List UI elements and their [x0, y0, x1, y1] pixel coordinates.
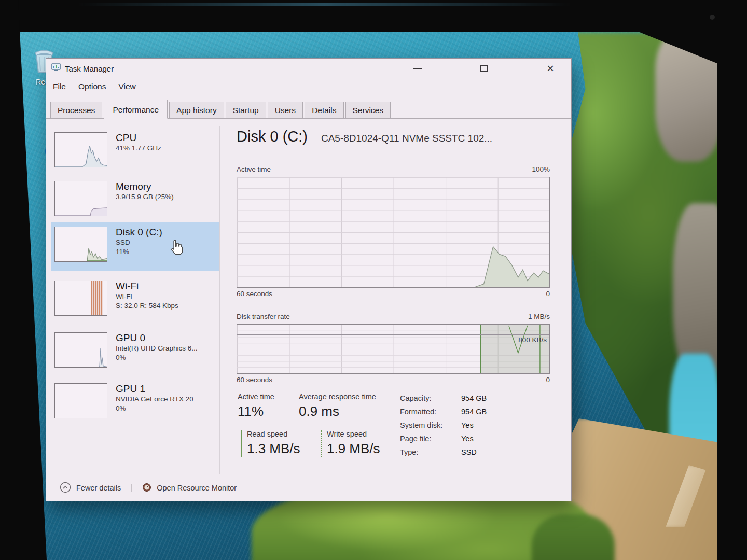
disk-transfer-chart: 800 KB/s	[237, 324, 550, 374]
chevron-up-circle-icon	[60, 482, 71, 495]
active-time-chart	[237, 177, 550, 288]
system-disk-value: Yes	[461, 421, 474, 429]
bezel-reflection	[78, 3, 571, 6]
disk-model: CA5-8D1024-Q11 NVMe SSSTC 102...	[321, 133, 492, 144]
tab-processes[interactable]: Processes	[50, 102, 102, 119]
type-value: SSD	[461, 448, 477, 456]
page-file-value: Yes	[461, 435, 474, 443]
footer-separator	[131, 484, 132, 492]
tab-performance[interactable]: Performance	[104, 100, 168, 119]
resource-monitor-icon	[142, 483, 151, 494]
sidebar-item-wifi[interactable]: Wi-Fi Wi-Fi S: 32.0 R: 584 Kbps	[51, 276, 219, 326]
active-time-chart-label: Active time	[237, 165, 271, 173]
type-label: Type:	[400, 448, 461, 456]
disk-detail-panel: Disk 0 (C:) CA5-8D1024-Q11 NVMe SSSTC 10…	[237, 119, 551, 482]
sidebar-item-gpu1[interactable]: GPU 1 NVIDIA GeForce RTX 20 0%	[51, 379, 219, 429]
tab-strip: Processes Performance App history Startu…	[46, 97, 571, 119]
write-speed-value: 1.9 MB/s	[327, 441, 380, 457]
cpu-mini-graph	[54, 132, 107, 167]
avg-response-stat-label: Average response time	[299, 393, 403, 401]
sidebar-item-memory[interactable]: Memory 3.9/15.9 GB (25%)	[51, 177, 219, 222]
tab-users[interactable]: Users	[268, 102, 303, 119]
monitor-photo: Recy Mic E	[0, 0, 747, 560]
open-resource-monitor-link[interactable]: Open Resource Monitor	[157, 484, 237, 492]
transfer-chart-label: Disk transfer rate	[237, 313, 290, 320]
transfer-x-right: 0	[546, 376, 550, 384]
close-button[interactable]: ×	[539, 61, 562, 76]
write-speed-label: Write speed	[327, 430, 380, 438]
transfer-chart-max: 1 MB/s	[528, 313, 550, 320]
minimize-button[interactable]	[406, 61, 429, 76]
tab-app-history[interactable]: App history	[169, 102, 224, 119]
menu-options[interactable]: Options	[78, 82, 106, 91]
mouse-cursor-hand	[169, 239, 184, 257]
formatted-label: Formatted:	[400, 408, 461, 416]
read-speed-value: 1.3 MB/s	[247, 441, 300, 457]
sidebar-item-gpu0[interactable]: GPU 0 Intel(R) UHD Graphics 6... 0%	[51, 328, 219, 378]
sidebar-divider	[219, 126, 220, 474]
panel-title: Disk 0 (C:)	[237, 128, 308, 145]
page-file-label: Page file:	[400, 435, 461, 443]
maximize-button[interactable]	[473, 61, 495, 76]
tab-details[interactable]: Details	[305, 102, 343, 119]
capacity-label: Capacity:	[400, 394, 461, 402]
active-time-chart-max: 100%	[532, 165, 550, 173]
sidebar-item-cpu[interactable]: CPU 41% 1.77 GHz	[51, 128, 219, 174]
memory-mini-graph	[54, 181, 107, 216]
avg-response-stat-value: 0.9 ms	[299, 403, 403, 419]
window-title: Task Manager	[65, 64, 114, 73]
tab-services[interactable]: Services	[345, 102, 391, 119]
monitor-camera-dot	[710, 15, 715, 20]
task-manager-app-icon	[51, 63, 61, 74]
disk-properties: Capacity:954 GB Formatted:954 GB System …	[400, 391, 550, 459]
active-time-x-right: 0	[546, 290, 550, 298]
gpu1-mini-graph	[54, 383, 107, 418]
monitor-bezel-right	[717, 0, 747, 560]
scale-gridline	[237, 334, 549, 335]
title-bar[interactable]: Task Manager ×	[46, 59, 571, 78]
active-time-stat-label: Active time	[238, 393, 296, 401]
disk-mini-graph	[54, 227, 107, 262]
footer-bar: Fewer details Open Resource Monitor	[46, 475, 571, 500]
active-time-x-left: 60 seconds	[237, 290, 272, 298]
desktop: Recy Mic E	[18, 32, 717, 560]
scale-gridline-label: 800 KB/s	[518, 336, 547, 344]
transfer-x-left: 60 seconds	[237, 376, 272, 384]
read-speed-label: Read speed	[247, 430, 300, 438]
active-time-stat-value: 11%	[238, 403, 296, 419]
task-manager-window: Task Manager × File Options View Process…	[46, 58, 572, 501]
menu-bar: File Options View	[46, 79, 136, 94]
menu-file[interactable]: File	[53, 82, 66, 91]
formatted-value: 954 GB	[461, 408, 487, 416]
capacity-value: 954 GB	[461, 394, 487, 402]
system-disk-label: System disk:	[400, 421, 461, 429]
gpu0-mini-graph	[54, 332, 107, 368]
tab-startup[interactable]: Startup	[226, 102, 266, 119]
sidebar-item-disk0[interactable]: Disk 0 (C:) SSD 11%	[51, 222, 219, 271]
menu-view[interactable]: View	[118, 82, 135, 91]
fewer-details-button[interactable]: Fewer details	[76, 484, 121, 492]
wifi-mini-graph	[54, 281, 107, 316]
